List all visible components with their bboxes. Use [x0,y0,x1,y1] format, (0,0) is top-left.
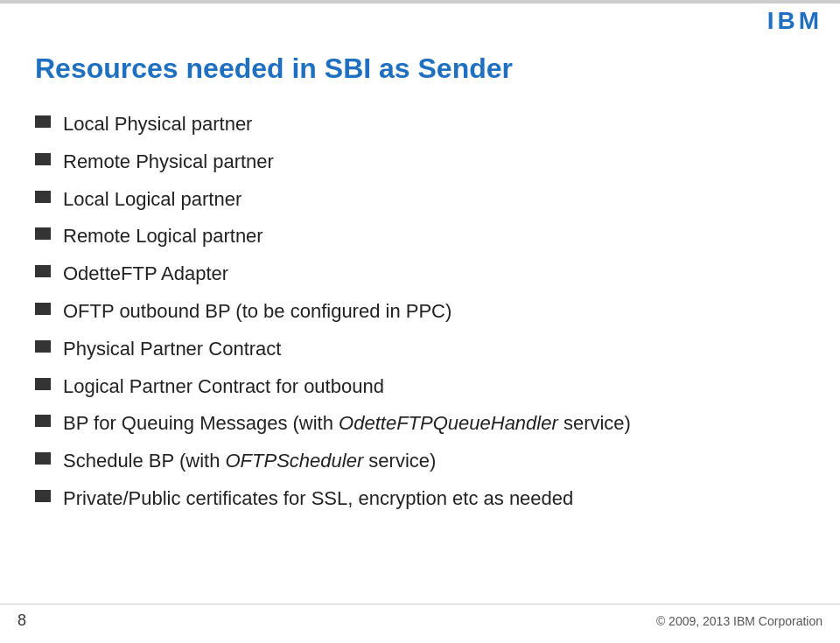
ibm-logo: IBM [767,9,822,33]
bullet-icon [35,227,51,240]
text-before: Schedule BP (with [63,450,225,472]
footer: 8 © 2009, 2013 IBM Corporation [0,604,840,630]
bullet-text: OdetteFTP Adapter [63,261,805,288]
text-after: service) [558,412,631,434]
list-item: OdetteFTP Adapter [35,261,805,288]
italic-text: OFTPScheduler [225,450,363,472]
list-item: Logical Partner Contract for outbound [35,374,805,401]
bullet-icon [35,490,51,502]
list-item: Physical Partner Contract [35,336,805,363]
list-item: Remote Logical partner [35,223,805,250]
bullet-icon [35,191,51,203]
bullet-icon [35,378,51,390]
list-item: BP for Queuing Messages (with OdetteFTPQ… [35,410,805,437]
page-title: Resources needed in SBI as Sender [35,52,805,85]
bullet-text: BP for Queuing Messages (with OdetteFTPQ… [63,410,805,437]
bullet-icon [35,265,51,277]
bullet-text: Schedule BP (with OFTPScheduler service) [63,448,805,475]
bullet-text: Remote Logical partner [63,223,805,250]
list-item: Schedule BP (with OFTPScheduler service) [35,448,805,475]
list-item: Local Logical partner [35,186,805,213]
bullet-icon [35,340,51,353]
ibm-logo-text: IBM [767,9,822,33]
top-border [0,0,840,3]
bullet-icon [35,115,51,128]
slide-container: IBM Resources needed in SBI as Sender Lo… [0,0,840,643]
bullet-text: Local Physical partner [63,111,805,138]
text-before: BP for Queuing Messages (with [63,412,339,434]
list-item: OFTP outbound BP (to be configured in PP… [35,298,805,325]
bullet-text: OFTP outbound BP (to be configured in PP… [63,298,805,325]
bullet-icon [35,303,51,315]
bullet-text: Private/Public certificates for SSL, enc… [63,486,805,513]
bullet-text: Physical Partner Contract [63,336,805,363]
list-item: Remote Physical partner [35,149,805,176]
list-item: Private/Public certificates for SSL, enc… [35,486,805,513]
bullet-text: Local Logical partner [63,186,805,213]
bullet-icon [35,415,51,427]
page-number: 8 [18,612,26,630]
bullet-text: Remote Physical partner [63,149,805,176]
bullet-icon [35,153,51,165]
italic-text: OdetteFTPQueueHandler [339,412,558,434]
bullet-list: Local Physical partner Remote Physical p… [35,111,805,513]
copyright-text: © 2009, 2013 IBM Corporation [656,614,822,628]
bullet-icon [35,452,51,465]
list-item: Local Physical partner [35,111,805,138]
text-after: service) [363,450,436,472]
bullet-text: Logical Partner Contract for outbound [63,374,805,401]
